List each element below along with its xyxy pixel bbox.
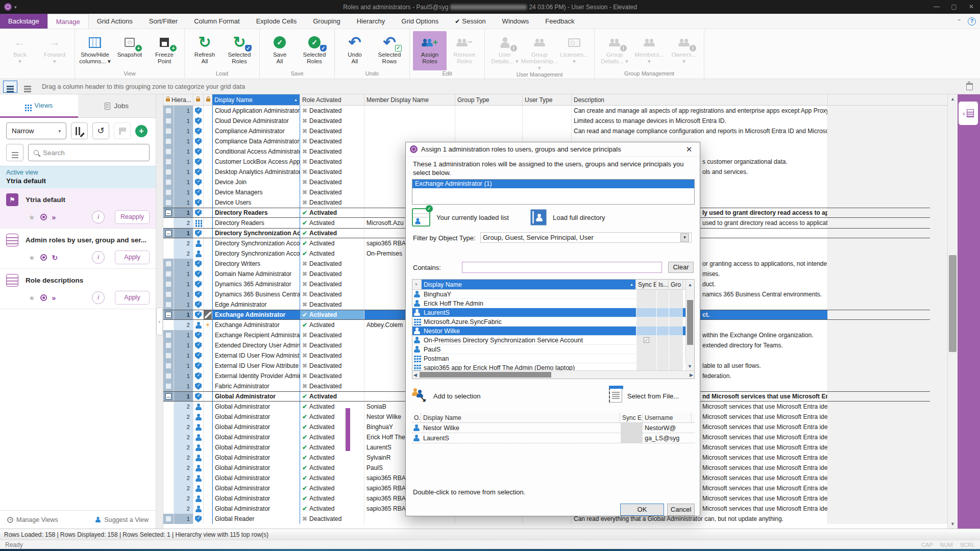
list-vertical-scrollbar[interactable] bbox=[685, 290, 694, 370]
remove-roles-button[interactable]: −RemoveRoles bbox=[448, 31, 481, 70]
row-checkbox[interactable] bbox=[165, 108, 172, 114]
column-header-group-type[interactable]: Group Type bbox=[455, 94, 523, 105]
maximize-button[interactable]: ▢ bbox=[945, 0, 963, 14]
expand-right-panel-button[interactable]: ‹ bbox=[959, 102, 978, 125]
collapse-icon[interactable]: – bbox=[165, 230, 172, 236]
info-button[interactable]: i bbox=[92, 211, 105, 223]
scrollbar-thumb[interactable] bbox=[949, 255, 957, 352]
list-item[interactable]: Erick Hoff The Admin bbox=[412, 299, 694, 308]
close-button[interactable]: ✕ bbox=[963, 0, 980, 14]
forward-button[interactable]: →Forward▾ bbox=[38, 31, 71, 70]
layout-toggle-list-button[interactable] bbox=[20, 81, 35, 93]
ytria-icon[interactable] bbox=[40, 254, 47, 261]
selection-column-sync-e-[interactable]: Sync E... bbox=[620, 413, 643, 422]
tab-session[interactable]: ✔Session bbox=[447, 14, 494, 29]
selection-item[interactable]: LaurentSga_LS@syg bbox=[412, 433, 695, 443]
list-column-is-[interactable]: Is... bbox=[656, 280, 669, 289]
collapse-icon[interactable]: – bbox=[165, 393, 172, 399]
dialog-close-icon[interactable]: ✕ bbox=[682, 145, 696, 154]
owners-button[interactable]: iOwners...▾ bbox=[667, 31, 701, 70]
list-item[interactable]: Microsoft.Azure.SyncFabric bbox=[412, 317, 694, 327]
show-hide-columns-button[interactable]: Show/Hidecolumns... ▾ bbox=[78, 31, 112, 70]
licenses-button[interactable]: Licenses...▾ bbox=[557, 31, 591, 71]
back-button[interactable]: ←Back▾ bbox=[3, 31, 37, 70]
suggest-view-button[interactable]: Suggest a View bbox=[95, 516, 149, 523]
row-checkbox[interactable] bbox=[165, 148, 172, 155]
row-checkbox[interactable] bbox=[165, 261, 172, 267]
tab-column-format[interactable]: Column Format bbox=[186, 14, 248, 29]
star-icon[interactable]: ★ bbox=[29, 254, 35, 262]
row-checkbox[interactable] bbox=[165, 179, 172, 185]
column-header-hiera-[interactable]: Hiera... bbox=[163, 94, 193, 105]
row-checkbox[interactable] bbox=[165, 302, 172, 308]
loaded-list-option[interactable]: ✓ Your currently loaded list bbox=[412, 208, 509, 227]
selection-column-display-name[interactable]: Display Name bbox=[421, 413, 620, 422]
collapse-ribbon-icon[interactable]: ⌃ bbox=[957, 18, 962, 25]
row-checkbox[interactable] bbox=[165, 291, 172, 297]
row-checkbox[interactable] bbox=[165, 118, 172, 124]
group-details-button[interactable]: iGroupDetails... ▾ bbox=[598, 31, 631, 70]
load-full-directory-option[interactable]: Load full directory bbox=[530, 209, 605, 226]
undo-all-button[interactable]: ↶UndoAll bbox=[338, 31, 372, 70]
row-checkbox[interactable] bbox=[165, 373, 172, 379]
star-icon[interactable]: ★ bbox=[29, 213, 35, 221]
row-checkbox[interactable] bbox=[165, 353, 172, 359]
reset-button[interactable]: ↺ bbox=[92, 122, 109, 139]
grid-vertical-scrollbar[interactable]: ▲ ▼ bbox=[947, 94, 958, 529]
table-row[interactable]: 1Cloud Application Administrator✖Deactiv… bbox=[163, 106, 947, 116]
object-type-combo[interactable]: Group, Guest, Service Principal, User ▼ bbox=[480, 232, 692, 243]
selected-roles-button[interactable]: ✓✓SelectedRoles bbox=[298, 31, 331, 70]
row-checkbox[interactable] bbox=[165, 199, 172, 206]
sidebar-splitter[interactable]: ‹ bbox=[156, 94, 163, 529]
column-header-user-type[interactable]: User Type bbox=[523, 94, 572, 105]
tab-backstage[interactable]: Backstage bbox=[0, 14, 47, 29]
layout-toggle-rows-button[interactable] bbox=[3, 81, 17, 93]
column-header-role-activated[interactable]: Role Activated bbox=[300, 94, 364, 105]
list-column-display-name[interactable]: Display Name▲ bbox=[422, 280, 636, 289]
view-item[interactable]: Role descriptions★»iApply bbox=[0, 269, 156, 309]
list-item[interactable]: BinghuaY bbox=[412, 290, 694, 299]
collapse-icon[interactable]: – bbox=[165, 312, 172, 318]
selection-item[interactable]: Nestor WilkeNestorW@ bbox=[412, 423, 695, 433]
list-horizontal-scrollbar[interactable]: ◀▶ bbox=[412, 370, 694, 379]
add-to-selection-label[interactable]: Add to selection bbox=[433, 392, 481, 400]
column-header-display-name[interactable]: Display Name▲ bbox=[212, 94, 300, 105]
contains-input[interactable] bbox=[462, 262, 662, 273]
freeze-point-button[interactable]: +FreezePoint bbox=[148, 31, 181, 70]
edit-columns-button[interactable] bbox=[71, 122, 88, 139]
selected-rows-button[interactable]: ↶✓SelectedRows bbox=[373, 31, 406, 70]
row-checkbox[interactable] bbox=[165, 271, 172, 277]
row-checkbox[interactable] bbox=[165, 332, 172, 338]
tab-windows[interactable]: Windows bbox=[494, 14, 537, 29]
list-item[interactable]: LaurentS bbox=[412, 308, 694, 317]
tab-grid-actions[interactable]: Grid Actions bbox=[89, 14, 141, 29]
selection-column-username[interactable]: Username bbox=[643, 413, 692, 422]
apply-button[interactable]: Apply bbox=[115, 251, 150, 264]
view-item[interactable]: ⚑Ytria default★»iReapply bbox=[0, 188, 156, 229]
tab-hierarchy[interactable]: Hierarchy bbox=[349, 14, 394, 29]
apply-button[interactable]: Apply bbox=[115, 291, 150, 305]
row-checkbox[interactable] bbox=[165, 189, 172, 195]
scroll-down-icon[interactable]: ▼ bbox=[685, 362, 694, 370]
tab-jobs[interactable]: Jobs bbox=[78, 94, 156, 118]
manage-views-button[interactable]: Manage Views bbox=[7, 516, 58, 523]
tab-grid-options[interactable]: Grid Options bbox=[393, 14, 447, 29]
search-input[interactable]: Search bbox=[28, 144, 150, 161]
save-view-button[interactable] bbox=[114, 122, 131, 139]
width-select[interactable]: Narrow▾ bbox=[6, 122, 66, 139]
clear-button[interactable]: Clear bbox=[668, 262, 694, 273]
snapshot-button[interactable]: +Snapshot bbox=[113, 31, 146, 70]
list-item[interactable]: PaulS bbox=[412, 345, 694, 354]
ytria-icon[interactable] bbox=[40, 294, 47, 301]
members-button[interactable]: Members...▾ bbox=[632, 31, 666, 70]
row-checkbox[interactable] bbox=[165, 363, 172, 369]
assign-roles-button[interactable]: +AssignRoles bbox=[413, 31, 447, 70]
column-header-lock[interactable] bbox=[204, 94, 212, 105]
row-checkbox[interactable] bbox=[165, 342, 172, 348]
save-all-button[interactable]: ✓SaveAll bbox=[263, 31, 297, 70]
column-header-lock[interactable] bbox=[193, 94, 204, 105]
user-details-button[interactable]: iUserDetails... ▾ bbox=[488, 31, 522, 71]
minimize-button[interactable]: — bbox=[928, 0, 945, 14]
refresh-all-button[interactable]: ↻RefreshAll bbox=[188, 31, 222, 70]
column-header-member-display-name[interactable]: Member Display Name bbox=[364, 94, 455, 105]
